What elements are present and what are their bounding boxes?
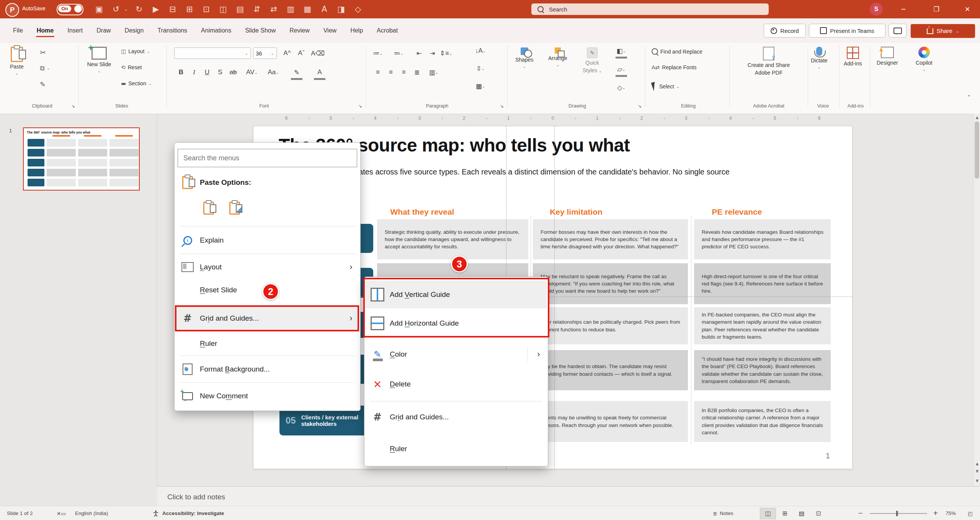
reset-button[interactable]: ⟲Reset bbox=[121, 64, 142, 70]
context-menu-item-new-comment[interactable]: New Comment bbox=[175, 386, 359, 406]
record-button[interactable]: Record bbox=[764, 24, 806, 37]
bold-button[interactable]: B bbox=[175, 67, 187, 78]
context-menu-item-explain[interactable]: iExplain bbox=[175, 230, 359, 251]
fit-to-window-button[interactable]: ◰ bbox=[968, 506, 973, 520]
copy-button[interactable]: ⧉⌄ bbox=[40, 64, 50, 72]
context-menu-item-layout[interactable]: Layout› bbox=[175, 257, 359, 277]
table-cell[interactable]: Strategic thinking quality, ability to e… bbox=[377, 219, 528, 259]
table-cell[interactable]: High direct-report turnover is one of th… bbox=[694, 263, 831, 304]
create-pdf-button[interactable]: Create and Share Adobe PDF bbox=[738, 47, 799, 76]
convert-smartart-button[interactable]: ▦⌄ bbox=[475, 80, 486, 92]
clipboard-dialog-launcher[interactable]: ↘ bbox=[71, 103, 75, 109]
justify-button[interactable]: ≣ bbox=[411, 67, 423, 78]
highlight-color-button[interactable]: ✎ bbox=[291, 67, 302, 80]
table-cell[interactable]: In B2B portfolio companies, the CEO is o… bbox=[694, 401, 831, 442]
scroll-up-icon[interactable]: ▲ bbox=[974, 114, 980, 121]
submenu-item-grid-and-guides[interactable]: #Grid and Guides... bbox=[365, 406, 547, 429]
font-dialog-launcher[interactable]: ↘ bbox=[358, 103, 362, 109]
comments-button[interactable] bbox=[889, 24, 906, 37]
language-button[interactable]: English (India) bbox=[75, 506, 108, 520]
shadow-button[interactable]: S bbox=[214, 67, 226, 78]
increase-font-size-button[interactable]: A^ bbox=[281, 47, 293, 59]
close-button[interactable]: ✕ bbox=[957, 0, 978, 18]
table-header[interactable]: Key limitation bbox=[550, 207, 603, 217]
line-spacing-button[interactable]: ⇕≡⌄ bbox=[440, 47, 452, 59]
undo-icon[interactable]: ↺ bbox=[110, 5, 122, 14]
notes-toggle-button[interactable]: ≣Notes bbox=[713, 506, 733, 520]
distribute-vertical-icon[interactable]: ⇵ bbox=[251, 5, 263, 14]
present-in-teams-button[interactable]: Present in Teams bbox=[809, 24, 885, 37]
submenu-item-ruler[interactable]: Ruler bbox=[365, 438, 547, 460]
panel-divider[interactable] bbox=[157, 114, 157, 486]
addins-button[interactable]: Add-ins bbox=[844, 47, 862, 67]
table-cell[interactable]: In PE-backed companies, the CEO must ali… bbox=[694, 307, 831, 344]
tab-transitions[interactable]: Transitions bbox=[152, 23, 193, 38]
tab-animations[interactable]: Animations bbox=[196, 23, 237, 38]
table-cell[interactable]: Reveals how candidate manages Board rela… bbox=[694, 219, 831, 259]
bullets-button[interactable]: ≔⌄ bbox=[372, 47, 384, 59]
tab-view[interactable]: View bbox=[318, 23, 342, 38]
align-right-button[interactable]: ≡ bbox=[398, 67, 410, 78]
notes-placeholder[interactable]: Click to add notes bbox=[167, 493, 225, 501]
zoom-slider[interactable] bbox=[870, 513, 927, 514]
tab-insert[interactable]: Insert bbox=[62, 23, 88, 38]
context-menu-item-format-background[interactable]: Format Background... bbox=[175, 359, 359, 379]
next-slide-icon[interactable]: ▼ bbox=[974, 468, 980, 474]
cut-button[interactable]: ✂ bbox=[40, 48, 46, 57]
scroll-down-icon[interactable]: ▼ bbox=[974, 477, 980, 484]
paste-button[interactable]: Paste ⌄ bbox=[10, 47, 24, 75]
avatar[interactable]: S bbox=[870, 3, 883, 16]
shapes-button[interactable]: Shapes ⌄ bbox=[515, 47, 533, 68]
find-replace-button[interactable]: Find and Replace bbox=[652, 48, 702, 55]
align-left-icon[interactable]: ⊞ bbox=[184, 5, 195, 14]
titlebar-search[interactable] bbox=[531, 3, 769, 15]
tab-review[interactable]: Review bbox=[284, 23, 315, 38]
paragraph-dialog-launcher[interactable]: ↘ bbox=[500, 103, 504, 109]
table-header[interactable]: PE relevance bbox=[712, 207, 762, 217]
table-cell[interactable]: Clients may be unwilling to speak freely… bbox=[533, 401, 688, 442]
replace-fonts-button[interactable]: A⇄Replace Fonts bbox=[652, 64, 697, 70]
tab-acrobat[interactable]: Acrobat bbox=[371, 23, 403, 38]
notes-pane[interactable]: Click to add notes bbox=[157, 486, 980, 507]
font-size-combobox[interactable]: 36⌄ bbox=[253, 47, 277, 59]
text-direction-button[interactable]: ↓A⌄ bbox=[475, 45, 486, 57]
paste-keep-formatting-button[interactable] bbox=[200, 199, 217, 218]
submenu-item-color[interactable]: ✎Color› bbox=[365, 343, 547, 366]
submenu-item-delete[interactable]: ✕Delete bbox=[365, 373, 547, 396]
start-slideshow-icon[interactable]: ▶ bbox=[150, 5, 162, 14]
designer-button[interactable]: Designer bbox=[877, 47, 898, 66]
change-case-button[interactable]: Aa⌄ bbox=[265, 67, 282, 78]
submenu-item-add-horizontal-guide[interactable]: Add Horizontal Guide bbox=[365, 311, 547, 336]
autosave-toggle[interactable]: On bbox=[57, 4, 83, 15]
save-icon[interactable]: ▣ bbox=[93, 5, 105, 14]
align-text-button[interactable]: ⇳⌄ bbox=[475, 63, 486, 74]
zoom-level[interactable]: 75% bbox=[946, 506, 956, 520]
tab-draw[interactable]: Draw bbox=[91, 23, 116, 38]
table-cell[interactable]: May be the hardest to obtain. The candid… bbox=[533, 350, 688, 390]
vertical-scrollbar[interactable]: ▲ ▲ ▼ ▼ bbox=[973, 114, 980, 486]
spellcheck-button[interactable]: ✕▭ bbox=[57, 506, 66, 520]
new-slide-button[interactable]: New Slide ⌄ bbox=[85, 47, 113, 73]
tab-design[interactable]: Design bbox=[119, 23, 149, 38]
submenu-item-add-vertical-guide[interactable]: Add Vertical Guide bbox=[365, 281, 547, 308]
zoom-slider-thumb[interactable] bbox=[896, 511, 898, 516]
context-menu-search-input[interactable] bbox=[178, 149, 357, 167]
italic-button[interactable]: I bbox=[188, 67, 200, 78]
view-slide-sorter-button[interactable]: ⊞ bbox=[777, 508, 793, 519]
maximize-button[interactable]: ❐ bbox=[926, 0, 947, 18]
shape-fill-button[interactable]: ◧⌄ bbox=[616, 45, 627, 59]
font-icon[interactable]: A bbox=[318, 5, 330, 14]
align-middle-icon[interactable]: ▤ bbox=[234, 5, 246, 14]
table-cell[interactable]: "I should have had more integrity in dis… bbox=[694, 350, 831, 390]
rotate-icon[interactable]: ▥ bbox=[285, 5, 296, 14]
align-right-icon[interactable]: ⊡ bbox=[201, 5, 212, 14]
increase-indent-button[interactable]: ⇥ bbox=[426, 47, 438, 59]
fill-color-icon[interactable]: ◨ bbox=[335, 5, 347, 14]
zoom-out-button[interactable]: − bbox=[858, 506, 863, 520]
align-top-icon[interactable]: ◫ bbox=[217, 5, 229, 14]
table-cell[interactable]: Former bosses may have their own interes… bbox=[533, 219, 688, 259]
decrease-font-size-button[interactable]: Aˇ bbox=[296, 47, 307, 59]
view-slideshow-button[interactable]: ⊡ bbox=[810, 508, 826, 519]
search-input[interactable] bbox=[548, 6, 749, 13]
strikethrough-button[interactable]: ab bbox=[227, 67, 239, 78]
